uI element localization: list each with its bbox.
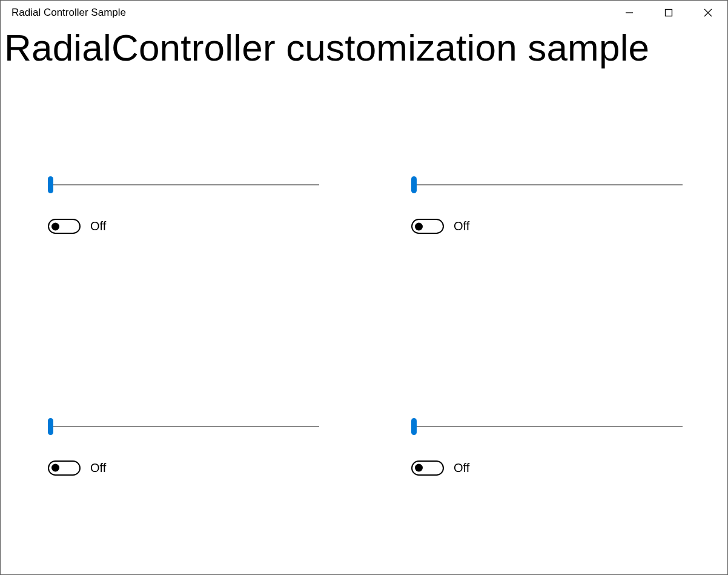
- toggle-3[interactable]: [411, 460, 444, 476]
- toggle-row-0: Off: [48, 219, 364, 234]
- slider-track: [51, 426, 319, 427]
- control-cell-0: Off: [1, 91, 364, 333]
- maximize-icon: [664, 8, 673, 17]
- control-cell-1: Off: [364, 91, 727, 333]
- slider-track: [51, 184, 319, 185]
- toggle-knob: [51, 222, 59, 230]
- close-icon: [703, 8, 713, 18]
- control-cell-2: Off: [1, 333, 364, 575]
- control-cell-3: Off: [364, 333, 727, 575]
- slider-track: [414, 184, 683, 185]
- close-button[interactable]: [688, 1, 727, 25]
- svg-rect-1: [665, 10, 672, 16]
- slider-thumb[interactable]: [411, 176, 417, 193]
- controls-grid: Off Off Off: [1, 91, 727, 574]
- toggle-row-3: Off: [411, 460, 727, 476]
- slider-0[interactable]: [48, 176, 319, 193]
- toggle-2[interactable]: [48, 460, 81, 476]
- minimize-button[interactable]: [609, 1, 649, 25]
- page-title: RadialController customization sample: [1, 25, 727, 69]
- maximize-button[interactable]: [649, 1, 688, 25]
- toggle-knob: [415, 464, 423, 472]
- toggle-label-0: Off: [90, 219, 106, 233]
- slider-2[interactable]: [48, 418, 319, 435]
- toggle-row-2: Off: [48, 460, 364, 476]
- toggle-label-2: Off: [90, 461, 106, 475]
- toggle-0[interactable]: [48, 219, 81, 234]
- minimize-icon: [625, 8, 634, 17]
- toggle-1[interactable]: [411, 219, 444, 234]
- slider-thumb[interactable]: [48, 418, 53, 435]
- slider-thumb[interactable]: [48, 176, 53, 193]
- toggle-label-3: Off: [454, 461, 469, 475]
- slider-track: [414, 426, 683, 427]
- slider-thumb[interactable]: [411, 418, 417, 435]
- titlebar: Radial Controller Sample: [1, 1, 727, 25]
- toggle-knob: [415, 222, 423, 230]
- slider-3[interactable]: [411, 418, 683, 435]
- toggle-label-1: Off: [454, 219, 469, 233]
- slider-1[interactable]: [411, 176, 683, 193]
- toggle-knob: [51, 464, 59, 472]
- toggle-row-1: Off: [411, 219, 727, 234]
- window-title: Radial Controller Sample: [12, 7, 126, 19]
- caption-buttons: [609, 1, 727, 25]
